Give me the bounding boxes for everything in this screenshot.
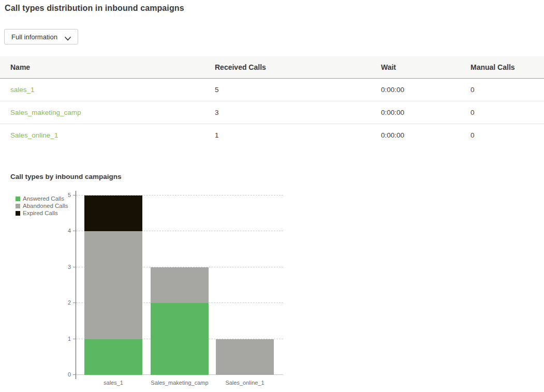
received-calls-value: 3 — [215, 101, 381, 124]
legend-item-expired: Expired Calls — [16, 209, 68, 217]
wait-value: 0:00:00 — [381, 78, 471, 101]
legend-label: Answered Calls — [23, 195, 64, 202]
y-tick-label: 3 — [68, 264, 71, 270]
y-tick — [73, 231, 76, 231]
x-tick-label: Sales_online_1 — [225, 380, 264, 386]
expired-calls-swatch-icon — [16, 211, 20, 216]
abandoned-calls-swatch-icon — [16, 204, 20, 208]
column-header-received-calls: Received Calls — [215, 56, 381, 78]
y-tick-label: 0 — [68, 372, 71, 378]
y-tick-label: 5 — [68, 192, 71, 198]
answered-calls-swatch-icon — [16, 197, 20, 201]
campaigns-table: Name Received Calls Wait Manual Calls sa… — [0, 56, 544, 146]
y-tick — [73, 303, 76, 303]
column-header-wait: Wait — [381, 56, 471, 78]
legend-item-abandoned: Abandoned Calls — [16, 202, 68, 209]
manual-calls-value: 0 — [471, 78, 544, 101]
x-tick-label: sales_1 — [104, 380, 123, 386]
wait-value: 0:00:00 — [381, 124, 471, 146]
y-tick — [73, 339, 76, 339]
legend-item-answered: Answered Calls — [16, 195, 68, 202]
report-type-select[interactable]: Full information — [4, 29, 78, 44]
y-tick-label: 4 — [68, 228, 71, 234]
column-header-manual-calls: Manual Calls — [471, 56, 544, 78]
stacked-bar[interactable] — [84, 195, 142, 375]
bar-segment[interactable] — [84, 339, 142, 375]
bar-segment[interactable] — [151, 303, 209, 375]
table-row: Sales_online_1 1 0:00:00 0 — [0, 124, 544, 146]
campaign-link[interactable]: sales_1 — [10, 86, 35, 94]
stacked-bar[interactable] — [216, 339, 274, 375]
chart-title: Call types by inbound campaigns — [10, 173, 122, 180]
wait-value: 0:00:00 — [381, 101, 471, 124]
bar-segment[interactable] — [216, 339, 274, 375]
chart-legend: Answered Calls Abandoned Calls Expired C… — [16, 195, 68, 217]
bar-segment[interactable] — [84, 231, 142, 339]
y-tick-label: 1 — [68, 336, 71, 342]
chevron-down-icon — [65, 35, 71, 39]
column-header-name: Name — [0, 56, 215, 78]
campaign-link[interactable]: Sales_online_1 — [10, 131, 58, 139]
received-calls-value: 1 — [215, 124, 381, 146]
x-tick-label: Sales_maketing_camp — [151, 380, 208, 386]
bar-segment[interactable] — [84, 195, 142, 231]
y-tick — [73, 374, 76, 375]
stacked-bar[interactable] — [151, 267, 209, 375]
legend-label: Abandoned Calls — [23, 203, 68, 209]
table-header-row: Name Received Calls Wait Manual Calls — [0, 56, 544, 78]
manual-calls-value: 0 — [471, 124, 544, 146]
legend-label: Expired Calls — [23, 210, 58, 216]
received-calls-value: 5 — [215, 78, 381, 101]
page-title: Call types distribution in inbound campa… — [5, 4, 544, 13]
manual-calls-value: 0 — [471, 101, 544, 124]
y-tick — [73, 267, 76, 267]
y-tick — [73, 195, 76, 195]
campaign-link[interactable]: Sales_maketing_camp — [10, 109, 81, 116]
bar-segment[interactable] — [151, 267, 209, 303]
call-types-chart: Call types by inbound campaigns Answered… — [0, 173, 544, 390]
report-type-select-value: Full information — [11, 33, 57, 41]
y-axis — [76, 191, 76, 379]
plot-area: 012345sales_1Sales_maketing_campSales_on… — [76, 195, 283, 375]
table-row: Sales_maketing_camp 3 0:00:00 0 — [0, 101, 544, 124]
y-tick-label: 2 — [68, 300, 71, 306]
table-row: sales_1 5 0:00:00 0 — [0, 78, 544, 101]
